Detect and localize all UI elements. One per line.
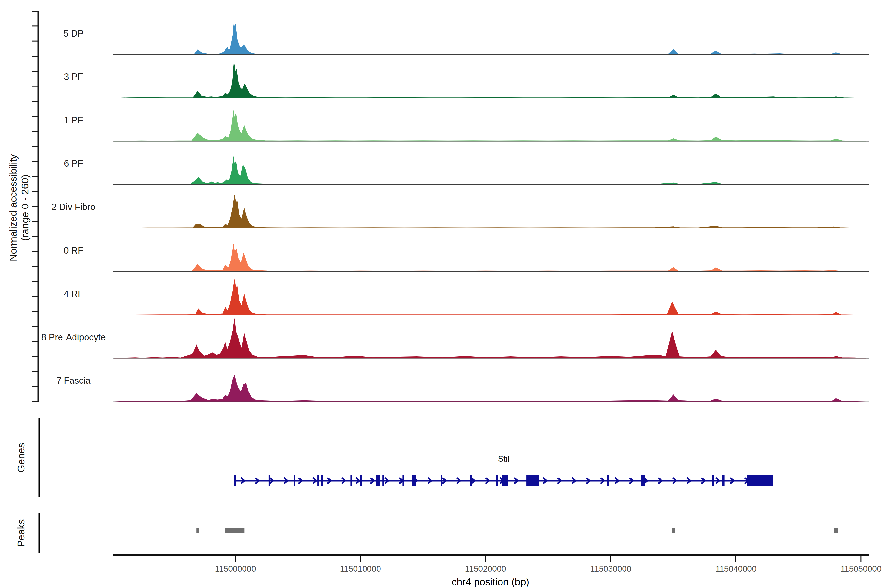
track-area-0-rf [114,244,866,272]
track-area-4-rf [114,279,866,315]
track-label-8-pre-adipocyte: 8 Pre-Adipocyte [41,332,106,342]
gene-exon-thin [441,475,442,486]
gene-exon-thin [382,475,384,486]
track-label-0-rf: 0 RF [64,246,83,256]
track-area-2-div-fibro [114,195,866,228]
x-tick-label-115000000: 115000000 [215,564,256,573]
gene-exon-thin [470,475,472,486]
peak-call-region [196,528,199,532]
track-label-4-rf: 4 RF [64,289,83,299]
gene-exon-thin [234,475,236,486]
y-axis-label-line2: (range 0 - 260) [19,154,31,261]
track-area-5-dp [114,22,866,55]
peak-call-region [834,528,838,532]
gene-exon-thin [607,475,609,486]
x-tick-label-115050000: 115050000 [840,564,882,573]
x-tick-label-115030000: 115030000 [590,564,632,573]
y-axis-label: Normalized accessibility (range 0 - 260) [8,154,31,261]
x-tick-label-115040000: 115040000 [716,564,756,573]
gene-exon-thin [722,475,724,486]
gene-exon-thin [712,475,714,486]
y-axis-label-line1: Normalized accessibility [8,154,19,261]
figure-canvas [0,0,882,588]
track-area-3-pf [114,62,866,98]
gene-exon-thin [294,475,295,486]
track-label-6-pf: 6 PF [64,159,83,169]
gene-exon-box [747,475,773,486]
gene-exon-thin [317,475,319,486]
track-label-5-dp: 5 DP [63,28,84,39]
genes-panel-label: Genes [15,443,27,472]
gene-exon-thin [350,475,352,486]
gene-exon-thin [376,475,380,486]
gene-exon-box [526,475,539,486]
track-area-1-pf [114,111,866,141]
x-tick-label-115020000: 115020000 [465,564,506,573]
gene-name-label: Stil [498,454,509,464]
track-label-2-div-fibro: 2 Div Fibro [52,202,96,212]
x-axis-title: chr4 position (bp) [452,576,530,588]
peak-call-region [225,528,244,532]
track-label-1-pf: 1 PF [64,115,83,126]
gene-exon-thin [496,475,498,486]
gene-exon-thin [412,475,416,486]
x-tick-label-115010000: 115010000 [340,564,381,573]
peaks-panel-label: Peaks [15,519,27,547]
gene-exon-thin [360,475,362,486]
peak-call-region [672,528,675,532]
gene-exon-thin [402,475,404,486]
gene-exon-thin [268,475,270,486]
track-area-7-fascia [114,375,866,402]
gene-exon-thin [641,475,645,486]
track-area-8-pre-adipocyte [114,318,866,358]
track-label-3-pf: 3 PF [64,72,83,82]
track-label-7-fascia: 7 Fascia [56,376,91,386]
genome-browser-figure: Normalized accessibility (range 0 - 260)… [0,0,882,588]
gene-exon-box [501,475,508,486]
gene-exon-thin [321,475,323,486]
track-area-6-pf [114,156,866,185]
